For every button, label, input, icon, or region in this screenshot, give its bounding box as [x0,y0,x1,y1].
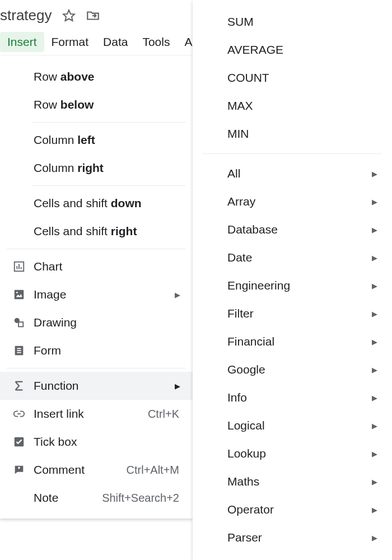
menu-column-left-label: Column left [34,133,180,147]
function-category-logical[interactable]: Logical▶ [193,412,392,440]
image-icon [12,288,26,301]
function-category-database[interactable]: Database▶ [193,216,392,244]
function-category-label: Logical [227,419,361,432]
menu-column-right[interactable]: Column right [0,154,193,182]
menu-separator [7,368,186,368]
submenu-arrow-icon: ▶ [368,198,377,206]
function-submenu-panel: SUMAVERAGECOUNTMAXMIN All▶Array▶Database… [193,0,392,560]
function-category-label: Info [227,391,361,404]
menu-cells-shift-right[interactable]: Cells and shift right [0,217,193,245]
submenu-arrow-icon: ▶ [368,338,377,346]
menu-row-above-label: Row above [34,70,180,83]
move-to-folder-icon[interactable] [86,8,100,23]
svg-rect-5 [15,290,24,300]
menu-comment[interactable]: Comment Ctrl+Alt+M [0,456,193,484]
function-min[interactable]: MIN [193,120,392,148]
function-category-label: Google [227,363,361,376]
function-category-filter[interactable]: Filter▶ [193,300,392,328]
menu-drawing[interactable]: Drawing [0,309,193,337]
menu-insert-link[interactable]: Insert link Ctrl+K [0,400,193,428]
insert-menu-panel: Row above Row below Column left Column r… [0,56,193,519]
function-category-engineering[interactable]: Engineering▶ [193,272,392,300]
submenu-arrow-icon: ▶ [368,366,377,374]
function-category-maths[interactable]: Maths▶ [193,468,392,496]
menu-tick-box[interactable]: Tick box [0,428,193,456]
menu-note-label: Note [34,491,94,505]
submenu-arrow-icon: ▶ [368,394,377,402]
checkbox-icon [12,435,26,449]
menubar-insert[interactable]: Insert [0,32,44,52]
menu-separator [7,249,186,249]
function-category-parser[interactable]: Parser▶ [193,524,392,552]
menu-column-right-label: Column right [34,161,180,175]
menu-cells-shift-down-label: Cells and shift down [34,197,180,210]
menu-note[interactable]: Note Shift+Search+2 [0,484,193,512]
menu-separator [32,122,186,123]
function-sigma-icon [12,379,26,393]
svg-point-7 [16,292,18,293]
function-category-lookup[interactable]: Lookup▶ [193,440,392,468]
menu-tick-box-label: Tick box [34,435,180,449]
submenu-arrow-icon: ▶ [368,450,377,458]
form-icon [12,344,26,357]
menu-comment-shortcut: Ctrl+Alt+M [127,464,180,477]
function-category-all[interactable]: All▶ [193,160,392,188]
function-category-label: Filter [227,307,361,320]
function-count[interactable]: COUNT [193,64,392,92]
submenu-arrow-icon: ▶ [368,170,377,178]
menu-separator [32,185,186,186]
menubar-data[interactable]: Data [96,32,135,52]
function-category-label: Engineering [227,279,361,292]
function-category-google[interactable]: Google▶ [193,356,392,384]
function-label: MAX [227,99,377,113]
menu-comment-label: Comment [34,463,119,477]
submenu-arrow-icon: ▶ [368,310,377,318]
function-category-label: Financial [227,335,361,348]
function-label: SUM [227,15,377,29]
function-category-label: Date [227,251,361,264]
function-category-array[interactable]: Array▶ [193,188,392,216]
menu-function[interactable]: Function ▶ [0,372,193,400]
submenu-arrow-icon: ▶ [368,506,377,514]
function-category-financial[interactable]: Financial▶ [193,328,392,356]
menu-cells-shift-down[interactable]: Cells and shift down [0,189,193,217]
svg-rect-9 [18,322,23,326]
function-sum[interactable]: SUM [193,8,392,36]
svg-marker-0 [63,10,74,21]
doc-title-fragment: strategy [0,7,52,24]
function-label: MIN [227,127,377,141]
menubar-format[interactable]: Format [44,32,96,52]
menu-column-left[interactable]: Column left [0,126,193,154]
menu-separator [203,153,382,154]
title-icons [62,8,100,23]
function-category-label: Operator [227,503,361,516]
function-max[interactable]: MAX [193,92,392,120]
submenu-arrow-icon: ▶ [171,382,180,390]
function-label: COUNT [227,71,377,85]
menubar-tools[interactable]: Tools [135,32,177,52]
star-icon[interactable] [62,9,76,22]
menu-form[interactable]: Form [0,337,193,365]
submenu-arrow-icon: ▶ [368,254,377,262]
submenu-arrow-icon: ▶ [171,291,180,299]
menu-drawing-label: Drawing [34,316,180,329]
menu-insert-link-shortcut: Ctrl+K [148,408,180,421]
menu-chart-label: Chart [34,260,180,273]
menu-cells-shift-right-label: Cells and shift right [34,225,180,238]
function-category-operator[interactable]: Operator▶ [193,496,392,524]
menu-image[interactable]: Image ▶ [0,281,193,309]
function-category-date[interactable]: Date▶ [193,244,392,272]
menu-chart[interactable]: Chart [0,253,193,281]
menu-row-below[interactable]: Row below [0,91,193,119]
function-average[interactable]: AVERAGE [193,36,392,64]
comment-icon [12,463,26,477]
menu-image-label: Image [34,288,164,301]
function-category-info[interactable]: Info▶ [193,384,392,412]
submenu-arrow-icon: ▶ [368,282,377,290]
function-category-label: Database [227,223,361,236]
menu-note-shortcut: Shift+Search+2 [102,492,180,505]
submenu-arrow-icon: ▶ [368,478,377,486]
menu-row-above[interactable]: Row above [0,63,193,91]
submenu-arrow-icon: ▶ [368,534,377,542]
submenu-arrow-icon: ▶ [368,226,377,234]
